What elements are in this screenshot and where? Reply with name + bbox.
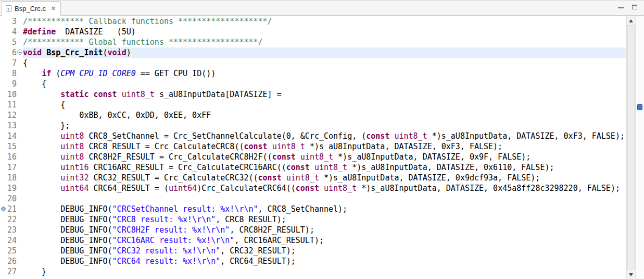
code-token: CRC8H2F_RESULT = Crc_CalculateCRC8H2F((	[84, 152, 272, 162]
code-line[interactable]: 26 DEBUG_INFO("CRC64 result: %x!\r\n", C…	[0, 256, 626, 266]
code-token	[23, 69, 42, 78]
minimize-icon[interactable]	[618, 7, 624, 8]
annotation-column-cell	[0, 246, 6, 256]
line-number[interactable]: 11	[6, 100, 17, 110]
code-token: *)s_aU8InputData, DATASIZE, 0x6110, FALS…	[347, 163, 554, 172]
code-token: void	[23, 48, 42, 57]
line-number[interactable]: 10	[6, 89, 17, 100]
code-line[interactable]: 22 DEBUG_INFO("CRC8 result: %x!\r\n", CR…	[0, 214, 626, 225]
fold-column-cell	[17, 183, 23, 193]
annotation-column-cell	[0, 162, 6, 173]
code-token: *)s_aU8InputData, DATASIZE, 0x9F, FALSE)…	[333, 152, 531, 162]
code-line[interactable]: 23 DEBUG_INFO("CRC8H2F result: %x!\r\n",…	[0, 225, 626, 235]
code-line[interactable]: 21 DEBUG_INFO("CRCSetChannel result: %x!…	[0, 204, 626, 214]
line-number[interactable]: 27	[6, 266, 17, 277]
scrollbar-thumb[interactable]	[627, 25, 635, 270]
line-number[interactable]: 21	[6, 204, 17, 214]
code-text: uint8 CRC8_SetChannel = Crc_SetChannelCa…	[23, 131, 626, 141]
code-line[interactable]: 20	[0, 193, 626, 204]
code-token: )Crc_CalculateCRC64((	[197, 184, 296, 193]
code-line[interactable]: 10 static const uint8_t s_aU8InputData[D…	[0, 89, 626, 100]
code-line[interactable]: 15 uint8 CRC8_RESULT = Crc_CalculateCRC8…	[0, 141, 626, 152]
code-token: *)s_aU8InputData, DATASIZE, 0x9dcf93a, F…	[319, 173, 540, 183]
code-line[interactable]: 4#define DATASIZE (5U)	[0, 27, 626, 37]
overview-ruler[interactable]	[635, 16, 644, 279]
code-token: uint64	[169, 184, 197, 193]
code-token: /************ Global functions *********…	[23, 38, 263, 47]
code-token: DEBUG_INFO(	[23, 215, 112, 224]
code-line[interactable]: 13 };	[0, 120, 626, 131]
code-line[interactable]: 16 uint8 CRC8H2F_RESULT = Crc_CalculateC…	[0, 152, 626, 162]
code-text: DEBUG_INFO("CRCSetChannel result: %x!\r\…	[23, 204, 626, 214]
code-token: const	[366, 131, 389, 141]
maximize-icon[interactable]	[632, 5, 637, 9]
code-line[interactable]: 7{	[0, 58, 626, 68]
code-text: if (CPM_CPU_ID_CORE0 == GET_CPU_ID())	[23, 68, 626, 79]
code-text: uint32 CRC32_RESULT = Crc_CalculateCRC32…	[23, 173, 626, 183]
line-number[interactable]: 12	[6, 110, 17, 120]
code-token: uint8_t	[286, 173, 319, 183]
code-line[interactable]: 25 DEBUG_INFO("CRC32 result: %x!\r\n", C…	[0, 246, 626, 256]
line-number[interactable]: 13	[6, 120, 17, 131]
overview-annotation-marker[interactable]	[637, 104, 642, 110]
annotation-column-cell	[0, 16, 6, 27]
code-line[interactable]: 8 if (CPM_CPU_ID_CORE0 == GET_CPU_ID())	[0, 68, 626, 79]
code-line[interactable]: 14 uint8 CRC8_SetChannel = Crc_SetChanne…	[0, 131, 626, 141]
fold-column-cell	[17, 37, 23, 47]
line-number[interactable]: 22	[6, 214, 17, 225]
collapse-icon[interactable]	[17, 50, 22, 55]
code-token	[310, 163, 314, 172]
fold-column-cell	[17, 120, 23, 131]
annotation-column-cell	[0, 131, 6, 141]
tab-bsp-crc-c[interactable]: c Bsp_Crc.c ✕	[2, 1, 61, 16]
code-token: DEBUG_INFO(	[23, 225, 112, 235]
code-token: *)s_aU8InputData, DATASIZE, 0xF3, FALSE)…	[305, 142, 502, 151]
annotation-column-cell	[0, 173, 6, 183]
code-line[interactable]: 18 uint32 CRC32_RESULT = Crc_CalculateCR…	[0, 173, 626, 183]
annotation-marker-icon[interactable]	[1, 207, 6, 212]
editor-tab-bar: c Bsp_Crc.c ✕	[0, 0, 644, 16]
line-number[interactable]: 16	[6, 152, 17, 162]
code-line[interactable]: 9 {	[0, 79, 626, 89]
scroll-up-button[interactable]	[627, 16, 635, 25]
code-token: , CRC8_SetChannel);	[258, 204, 348, 214]
line-number[interactable]: 9	[6, 79, 17, 89]
line-number[interactable]: 26	[6, 256, 17, 266]
code-line[interactable]: 12 0xBB, 0xCC, 0xDD, 0xEE, 0xFF	[0, 110, 626, 120]
code-line[interactable]: 19 uint64 CRC64_RESULT = (uint64)Crc_Cal…	[0, 183, 626, 193]
line-number[interactable]: 25	[6, 246, 17, 256]
fold-column-cell	[17, 141, 23, 152]
line-number[interactable]: 15	[6, 141, 17, 152]
code-line[interactable]: 6void Bsp_Crc_Init(void)	[0, 47, 626, 58]
line-number[interactable]: 19	[6, 183, 17, 193]
code-token: s_aU8InputData[DATASIZE] =	[155, 90, 282, 99]
line-number[interactable]: 5	[6, 37, 17, 47]
code-token: *)s_aU8InputData, DATASIZE, 0xF3, FALSE)…	[427, 131, 625, 141]
line-number[interactable]: 24	[6, 235, 17, 246]
code-token: uint8_t	[122, 90, 155, 99]
line-number[interactable]: 6	[6, 47, 17, 58]
line-number[interactable]: 14	[6, 131, 17, 141]
line-number[interactable]: 18	[6, 173, 17, 183]
close-icon[interactable]: ✕	[49, 6, 56, 11]
line-number[interactable]: 4	[6, 27, 17, 37]
code-line[interactable]: 17 uint16 CRC16ARC_RESULT = Crc_Calculat…	[0, 162, 626, 173]
code-line[interactable]: 5/************ Global functions ********…	[0, 37, 626, 47]
code-line[interactable]: 27 }	[0, 266, 626, 277]
line-number[interactable]: 17	[6, 162, 17, 173]
line-number[interactable]: 20	[6, 193, 17, 204]
code-line[interactable]: 11 {	[0, 100, 626, 110]
fold-column-cell	[17, 131, 23, 141]
code-token: CRC64_RESULT = (	[89, 184, 169, 193]
code-line[interactable]: 3/************ Callback functions ******…	[0, 16, 626, 27]
vertical-scrollbar[interactable]	[626, 16, 635, 279]
line-number[interactable]: 7	[6, 58, 17, 68]
line-number[interactable]: 3	[6, 16, 17, 27]
code-line[interactable]: 24 DEBUG_INFO("CRC16ARC result: %x!\r\n"…	[0, 235, 626, 246]
line-number[interactable]: 8	[6, 68, 17, 79]
line-number[interactable]: 23	[6, 225, 17, 235]
scroll-down-button[interactable]	[627, 270, 635, 279]
code-token: };	[23, 121, 70, 130]
code-lines: 3/************ Callback functions ******…	[0, 16, 626, 277]
code-editor[interactable]: 3/************ Callback functions ******…	[0, 16, 626, 279]
